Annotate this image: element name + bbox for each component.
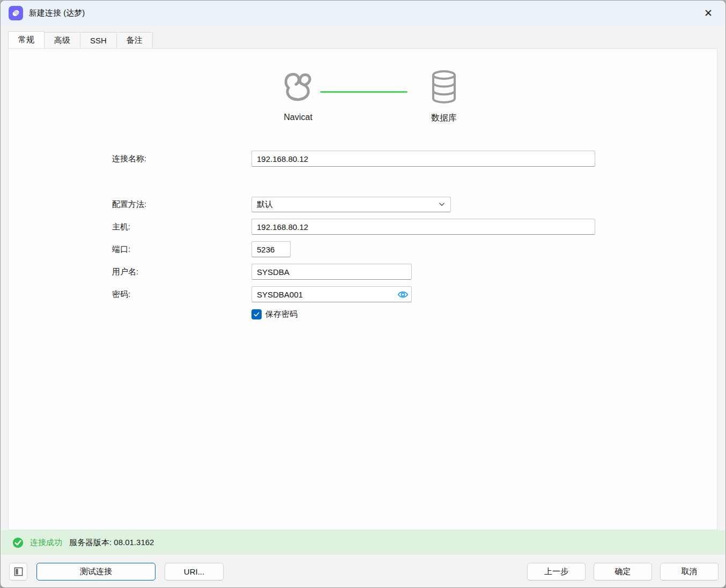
port-label: 端口:	[112, 244, 251, 255]
save-password-checkbox[interactable]	[251, 309, 262, 319]
tab-advanced[interactable]: 高级	[44, 32, 80, 48]
show-password-eye-icon[interactable]	[397, 288, 409, 300]
status-result: 连接成功	[30, 538, 62, 548]
database-icon	[427, 70, 461, 104]
host-input[interactable]	[251, 219, 595, 235]
back-button[interactable]: 上一步	[527, 563, 586, 580]
config-method-value: 默认	[257, 199, 273, 210]
tab-ssh[interactable]: SSH	[80, 32, 117, 48]
tab-strip: 常规 高级 SSH 备注	[8, 32, 152, 48]
footer-bar: 测试连接 URI... 上一步 确定 取消	[1, 555, 725, 587]
general-tab-panel: Navicat 数据库 连接名称: 配置方法: 默认	[8, 48, 717, 530]
success-check-icon	[12, 537, 24, 548]
new-connection-dialog: 新建连接 (达梦) ✕ 常规 高级 SSH 备注 Navicat	[0, 0, 726, 588]
status-bar: 连接成功 服务器版本: 08.01.3162	[1, 530, 725, 555]
connection-graphic: Navicat 数据库	[9, 70, 717, 150]
host-label: 主机:	[112, 222, 251, 232]
password-label: 密码:	[112, 289, 251, 300]
port-row: 端口:	[112, 241, 291, 257]
sidebar-panel-icon	[13, 567, 24, 577]
test-connection-button[interactable]: 测试连接	[36, 563, 155, 580]
uri-button[interactable]: URI...	[165, 563, 224, 580]
source-label: Navicat	[274, 113, 322, 122]
check-icon	[253, 311, 260, 318]
config-method-select[interactable]: 默认	[251, 197, 451, 212]
graphic-target: 数据库	[420, 70, 468, 124]
toggle-sidebar-button[interactable]	[9, 563, 27, 580]
target-label: 数据库	[420, 113, 468, 124]
password-input[interactable]	[251, 286, 412, 302]
tab-notes[interactable]: 备注	[116, 32, 153, 48]
username-input[interactable]	[251, 264, 412, 280]
status-server-version: 服务器版本: 08.01.3162	[69, 538, 154, 548]
graphic-source: Navicat	[274, 70, 322, 122]
connection-name-input[interactable]	[251, 151, 595, 167]
navicat-app-icon	[9, 6, 23, 20]
connection-name-row: 连接名称:	[112, 151, 595, 167]
host-row: 主机:	[112, 219, 595, 235]
connection-name-label: 连接名称:	[112, 154, 251, 164]
chevron-down-icon	[438, 200, 446, 208]
port-input[interactable]	[251, 241, 291, 257]
navicat-logo-glyph	[11, 9, 20, 18]
username-row: 用户名:	[112, 264, 412, 280]
password-row: 密码:	[112, 286, 412, 302]
window-title: 新建连接 (达梦)	[29, 8, 85, 18]
config-method-row: 配置方法: 默认	[112, 196, 451, 212]
navicat-icon	[281, 70, 315, 104]
ok-button[interactable]: 确定	[594, 563, 652, 580]
close-button[interactable]: ✕	[699, 4, 717, 23]
connection-line	[320, 91, 408, 93]
username-label: 用户名:	[112, 267, 251, 277]
save-password-label: 保存密码	[265, 309, 298, 319]
save-password-row: 保存密码	[251, 309, 298, 319]
config-method-label: 配置方法:	[112, 199, 251, 210]
tab-general[interactable]: 常规	[8, 31, 45, 48]
titlebar: 新建连接 (达梦) ✕	[1, 1, 725, 25]
cancel-button[interactable]: 取消	[660, 563, 718, 580]
